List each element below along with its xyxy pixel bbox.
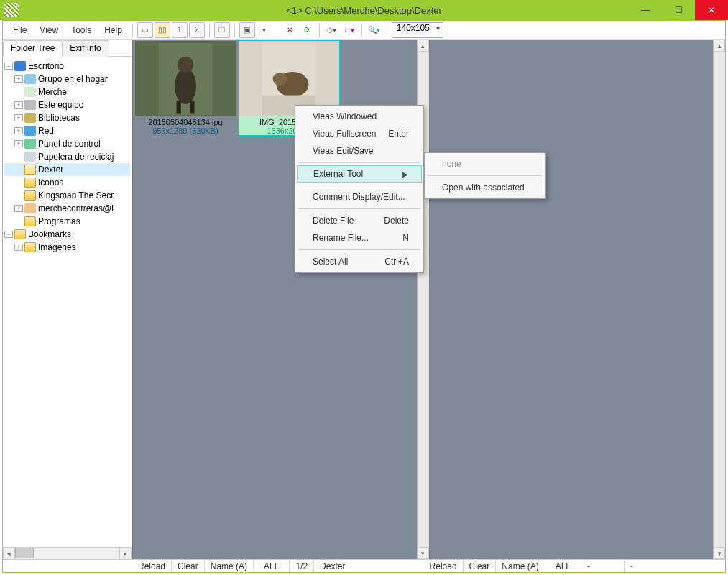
pane-right[interactable]: ▴ ▾ — [429, 40, 726, 559]
toolbar-pane1-icon[interactable]: 1 — [172, 22, 188, 38]
scroll-down-icon[interactable]: ▾ — [714, 547, 725, 559]
toolbar-singlepane-icon[interactable]: ▭ — [137, 22, 153, 38]
menubar: File View Tools Help ▭ ▯▯ 1 2 ❐ ▣ ▾ ✕ ⟳ … — [3, 21, 725, 40]
status-reload-2[interactable]: Reload — [424, 560, 464, 572]
tree-label: merchecontreras@l — [38, 203, 114, 213]
ctx-external-tool[interactable]: External Tool▶ — [297, 165, 422, 183]
scroll-left-icon[interactable]: ◂ — [3, 548, 15, 560]
toolbar-search-icon[interactable]: 🔍▾ — [367, 22, 382, 38]
folder-icon — [24, 242, 36, 252]
ctx-vieas-edit-save[interactable]: Vieas Edit/Save — [297, 142, 422, 160]
tree-item[interactable]: Papelera de reciclaj — [4, 150, 130, 163]
tree-item[interactable]: +merchecontreras@l — [4, 202, 130, 215]
toolbar-size-dropdown-icon[interactable]: ▾ — [257, 22, 272, 38]
tree-item[interactable]: Kingsman The Secr — [4, 189, 130, 202]
libraries-icon — [24, 113, 36, 123]
scroll-right-icon[interactable]: ▸ — [119, 548, 132, 560]
thumbnail-dimensions: 956x1280 (520KB) — [135, 126, 236, 135]
status-path-2: - — [625, 560, 725, 572]
status-count-2: - — [581, 560, 625, 572]
ctx-label: Vieas Fullscreen — [313, 129, 377, 139]
panes: 20150504045134.jpg 956x1280 (520KB) IMG_… — [132, 40, 725, 559]
toolbar-window-icon[interactable]: ▣ — [239, 22, 255, 38]
tree-item[interactable]: Iconos — [4, 176, 130, 189]
toolbar-copy-icon[interactable]: ❐ — [214, 22, 230, 38]
tree-hscrollbar[interactable]: ◂ ▸ — [3, 547, 132, 559]
status-sort-name-2[interactable]: Name (A) — [496, 560, 545, 572]
separator — [277, 24, 277, 37]
toolbar-filter-icon[interactable]: ◇▾ — [324, 22, 340, 38]
scroll-up-icon[interactable]: ▴ — [418, 40, 429, 52]
ctx-comment-display[interactable]: Comment Display/Edit... — [297, 188, 422, 206]
ctx-vieas-fullscreen[interactable]: Vieas FullscreenEnter — [297, 125, 422, 142]
tree-item-selected[interactable]: Dexter — [4, 163, 130, 176]
scroll-track[interactable] — [714, 52, 725, 547]
ctx-shortcut: Delete — [384, 216, 409, 226]
thumbnail-item[interactable]: 20150504045134.jpg 956x1280 (520KB) — [135, 41, 236, 135]
toolbar-dualpane-icon[interactable]: ▯▯ — [155, 22, 170, 38]
status-clear-2[interactable]: Clear — [464, 560, 497, 572]
toolbar-delete-icon[interactable]: ✕ — [282, 22, 298, 38]
ctx-label: Delete File — [313, 216, 354, 226]
menu-file[interactable]: File — [7, 23, 32, 37]
pane-vscrollbar[interactable]: ▴ ▾ — [713, 40, 725, 559]
separator — [209, 24, 210, 37]
thumbnail-size-select[interactable]: 140x105 — [392, 22, 443, 38]
separator — [387, 24, 387, 37]
ctx-vieas-windowed[interactable]: Vieas Windowed — [297, 108, 422, 125]
ctx-label: Open with associated — [442, 183, 525, 193]
menu-help[interactable]: Help — [98, 23, 128, 37]
folder-open-icon — [24, 165, 36, 175]
tree-item[interactable]: Merche — [4, 86, 130, 98]
tree-label: Imágenes — [38, 242, 76, 252]
tree-item[interactable]: +Este equipo — [4, 98, 130, 111]
control-panel-icon — [24, 139, 36, 149]
ctx-delete-file[interactable]: Delete FileDelete — [297, 212, 422, 229]
scroll-track[interactable] — [15, 548, 119, 560]
maximize-button[interactable]: ☐ — [662, 0, 695, 20]
svg-rect-3 — [177, 101, 181, 114]
status-filter-all[interactable]: ALL — [254, 560, 290, 572]
menu-view[interactable]: View — [34, 23, 64, 37]
status-filter-all-2[interactable]: ALL — [545, 560, 581, 572]
ctx-rename-file[interactable]: Rename File...N — [297, 229, 422, 247]
status-sort-name[interactable]: Name (A) — [205, 560, 254, 572]
status-clear[interactable]: Clear — [172, 560, 205, 572]
tree-item[interactable]: +Panel de control — [4, 137, 130, 150]
tree-label: Grupo en el hogar — [38, 74, 108, 84]
tree-item[interactable]: +Bibliotecas — [4, 111, 130, 124]
folder-tree[interactable]: −Escritorio +Grupo en el hogar Merche +E… — [3, 57, 132, 547]
submenu-open-associated[interactable]: Open with associated — [426, 179, 544, 196]
tree-label: Panel de control — [38, 139, 101, 149]
tree-item[interactable]: +Grupo en el hogar — [4, 73, 130, 86]
ctx-separator — [428, 175, 543, 176]
tree-item[interactable]: +Red — [4, 124, 130, 137]
status-reload[interactable]: Reload — [132, 560, 172, 572]
ctx-select-all[interactable]: Select AllCtrl+A — [297, 253, 422, 270]
minimize-button[interactable]: — — [629, 0, 662, 20]
tree-item[interactable]: Programas — [4, 215, 130, 228]
tab-folder-tree[interactable]: Folder Tree — [3, 40, 63, 57]
tree-label: Bibliotecas — [38, 113, 80, 123]
separator — [132, 24, 133, 37]
toolbar-sort-icon[interactable]: ↓↑▾ — [341, 22, 357, 38]
scroll-down-icon[interactable]: ▾ — [418, 547, 429, 559]
toolbar-pane2-icon[interactable]: 2 — [189, 22, 205, 38]
thumbnail-filename: 20150504045134.jpg — [135, 118, 236, 126]
tree-item[interactable]: +Imágenes — [4, 241, 130, 254]
status-path: Dexter — [314, 561, 423, 571]
ctx-label: Comment Display/Edit... — [313, 192, 405, 202]
tab-exif-info[interactable]: Exif Info — [62, 40, 109, 57]
user-icon — [24, 87, 36, 97]
ctx-label: Vieas Edit/Save — [313, 146, 374, 156]
network-icon — [24, 126, 36, 136]
close-button[interactable]: ✕ — [695, 0, 728, 20]
tree-root[interactable]: −Escritorio — [4, 60, 130, 73]
toolbar-refresh-icon[interactable]: ⟳ — [299, 22, 315, 38]
context-menu: Vieas Windowed Vieas FullscreenEnter Vie… — [295, 105, 424, 273]
tree-label: Kingsman The Secr — [38, 190, 114, 201]
scroll-thumb[interactable] — [15, 548, 34, 558]
menu-tools[interactable]: Tools — [65, 23, 97, 37]
tree-bookmarks[interactable]: −Bookmarks — [4, 228, 130, 241]
scroll-up-icon[interactable]: ▴ — [714, 40, 725, 52]
